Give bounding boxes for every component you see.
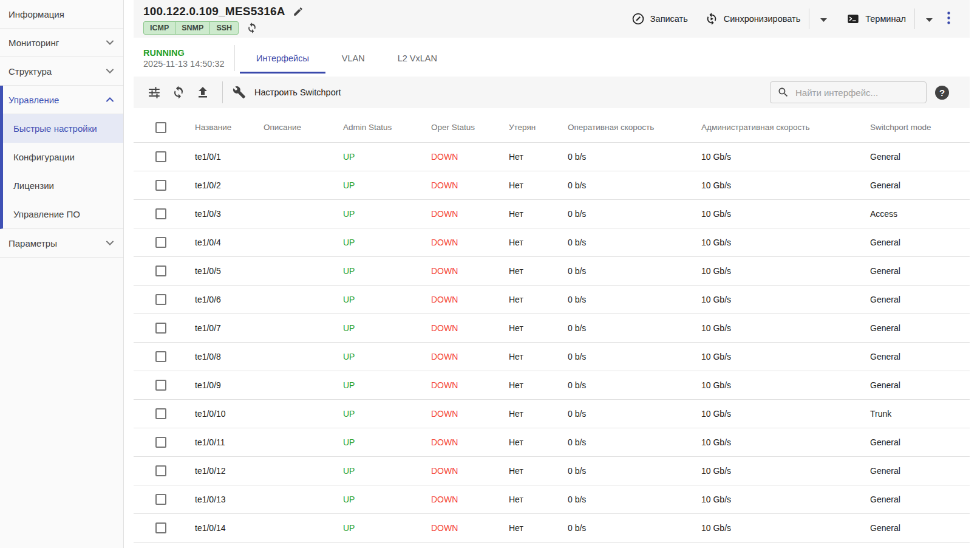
- help-button[interactable]: ?: [935, 86, 949, 100]
- refresh-status-icon[interactable]: [246, 22, 258, 34]
- row-checkbox[interactable]: [155, 265, 166, 276]
- sidebar-item-monitoring[interactable]: Мониторинг: [0, 29, 123, 57]
- admin-status-value: UP: [333, 199, 421, 228]
- status-state: RUNNING: [143, 47, 234, 58]
- search-input[interactable]: [795, 87, 917, 98]
- sync-dropdown-caret[interactable]: [818, 11, 829, 27]
- search-box: [770, 81, 927, 103]
- interface-description: [254, 313, 333, 342]
- table-row[interactable]: te1/0/13 UP DOWN Нет 0 b/s 10 Gb/s Gener…: [134, 485, 970, 513]
- interface-description: [254, 428, 333, 456]
- table-row[interactable]: te1/0/11 UP DOWN Нет 0 b/s 10 Gb/s Gener…: [134, 428, 970, 456]
- interface-description: [254, 256, 333, 285]
- row-checkbox[interactable]: [155, 237, 166, 248]
- table-row[interactable]: te1/0/4 UP DOWN Нет 0 b/s 10 Gb/s Genera…: [134, 228, 970, 256]
- column-header-name: Название: [185, 113, 254, 142]
- write-circle-edit-icon: [631, 12, 645, 26]
- admin-status-value: UP: [333, 285, 421, 313]
- row-checkbox[interactable]: [155, 323, 166, 334]
- interface-description: [254, 456, 333, 485]
- sidebar-item-information[interactable]: Информация: [0, 0, 123, 29]
- sync-play-icon: [705, 12, 718, 26]
- table-row[interactable]: te1/0/12 UP DOWN Нет 0 b/s 10 Gb/s Gener…: [134, 456, 970, 485]
- interfaces-table: Название Описание Admin Status Oper Stat…: [134, 113, 970, 543]
- row-checkbox[interactable]: [155, 465, 166, 476]
- row-checkbox[interactable]: [155, 408, 166, 419]
- table-row[interactable]: te1/0/6 UP DOWN Нет 0 b/s 10 Gb/s Genera…: [134, 285, 970, 313]
- interface-name: te1/0/13: [185, 485, 254, 513]
- lost-value: Нет: [499, 399, 558, 428]
- column-header-switchport-mode: Switchport mode: [860, 113, 970, 142]
- table-row[interactable]: te1/0/2 UP DOWN Нет 0 b/s 10 Gb/s Genera…: [134, 171, 970, 199]
- configure-switchport-button[interactable]: Настроить Switchport: [233, 86, 341, 99]
- switchport-mode-value: General: [860, 171, 970, 199]
- sidebar-item-configurations[interactable]: Конфигурации: [3, 143, 123, 171]
- sidebar-item-management[interactable]: Управление: [3, 86, 123, 114]
- table-row[interactable]: te1/0/8 UP DOWN Нет 0 b/s 10 Gb/s Genera…: [134, 342, 970, 371]
- sidebar-item-licenses[interactable]: Лицензии: [3, 171, 123, 200]
- divider: [914, 9, 915, 29]
- terminal-icon: [846, 12, 860, 26]
- lost-value: Нет: [499, 456, 558, 485]
- sidebar-item-parameters[interactable]: Параметры: [0, 229, 123, 258]
- row-checkbox[interactable]: [155, 294, 166, 305]
- admin-speed-value: 10 Gb/s: [692, 342, 860, 371]
- sidebar-item-label: Управление: [9, 95, 59, 105]
- terminal-button[interactable]: Терминал: [846, 12, 906, 26]
- table-row[interactable]: te1/0/9 UP DOWN Нет 0 b/s 10 Gb/s Genera…: [134, 371, 970, 399]
- more-menu-button[interactable]: [944, 9, 954, 29]
- select-all-checkbox[interactable]: [155, 122, 166, 133]
- oper-speed-value: 0 b/s: [558, 428, 692, 456]
- sidebar-item-structure[interactable]: Структура: [0, 57, 123, 86]
- filter-columns-button[interactable]: [147, 85, 162, 100]
- table-row[interactable]: te1/0/5 UP DOWN Нет 0 b/s 10 Gb/s Genera…: [134, 256, 970, 285]
- oper-status-value: DOWN: [421, 285, 499, 313]
- interface-name: te1/0/7: [185, 313, 254, 342]
- more-menu-icon: [947, 12, 950, 24]
- tabs-row: RUNNING 2025-11-13 14:50:32 Интерфейсы V…: [134, 43, 970, 74]
- refresh-table-button[interactable]: [171, 85, 186, 100]
- tab-interfaces[interactable]: Интерфейсы: [240, 43, 325, 74]
- row-checkbox[interactable]: [155, 180, 166, 191]
- header-actions: Записать Синхронизировать Терминал: [631, 0, 970, 38]
- lost-value: Нет: [499, 342, 558, 371]
- row-checkbox[interactable]: [155, 437, 166, 448]
- table-row[interactable]: te1/0/10 UP DOWN Нет 0 b/s 10 Gb/s Trunk: [134, 399, 970, 428]
- edit-title-icon[interactable]: [293, 6, 304, 17]
- switchport-mode-value: General: [860, 371, 970, 399]
- switchport-mode-value: General: [860, 228, 970, 256]
- chevron-down-icon: [106, 40, 114, 45]
- terminal-dropdown-caret[interactable]: [924, 11, 935, 27]
- sidebar-item-quick-settings[interactable]: Быстрые настройки: [3, 114, 123, 143]
- interface-name: te1/0/3: [185, 199, 254, 228]
- oper-status-value: DOWN: [421, 456, 499, 485]
- upload-button[interactable]: [196, 85, 210, 100]
- table-row[interactable]: te1/0/7 UP DOWN Нет 0 b/s 10 Gb/s Genera…: [134, 313, 970, 342]
- admin-speed-value: 10 Gb/s: [692, 228, 860, 256]
- row-checkbox[interactable]: [155, 151, 166, 162]
- table-row[interactable]: te1/0/3 UP DOWN Нет 0 b/s 10 Gb/s Access: [134, 199, 970, 228]
- interfaces-toolbar: Настроить Switchport ?: [134, 77, 970, 108]
- tab-vlan[interactable]: VLAN: [325, 43, 381, 74]
- interface-description: [254, 142, 333, 171]
- oper-status-value: DOWN: [421, 428, 499, 456]
- lost-value: Нет: [499, 199, 558, 228]
- table-row[interactable]: te1/0/1 UP DOWN Нет 0 b/s 10 Gb/s Genera…: [134, 142, 970, 171]
- row-checkbox[interactable]: [155, 208, 166, 219]
- row-checkbox[interactable]: [155, 494, 166, 505]
- table-row[interactable]: te1/0/14 UP DOWN Нет 0 b/s 10 Gb/s Gener…: [134, 513, 970, 542]
- row-checkbox[interactable]: [155, 351, 166, 362]
- row-checkbox[interactable]: [155, 522, 166, 533]
- sync-button[interactable]: Синхронизировать: [705, 12, 800, 26]
- lost-value: Нет: [499, 142, 558, 171]
- divider: [234, 45, 235, 71]
- write-button[interactable]: Записать: [631, 12, 688, 26]
- sidebar-item-software-management[interactable]: Управление ПО: [3, 200, 123, 228]
- row-checkbox[interactable]: [155, 380, 166, 391]
- interface-name: te1/0/1: [185, 142, 254, 171]
- switchport-mode-value: General: [860, 513, 970, 542]
- switchport-mode-value: Trunk: [860, 399, 970, 428]
- tab-l2vxlan[interactable]: L2 VxLAN: [381, 43, 454, 74]
- refresh-icon: [171, 85, 186, 100]
- sidebar-item-label: Информация: [9, 9, 64, 19]
